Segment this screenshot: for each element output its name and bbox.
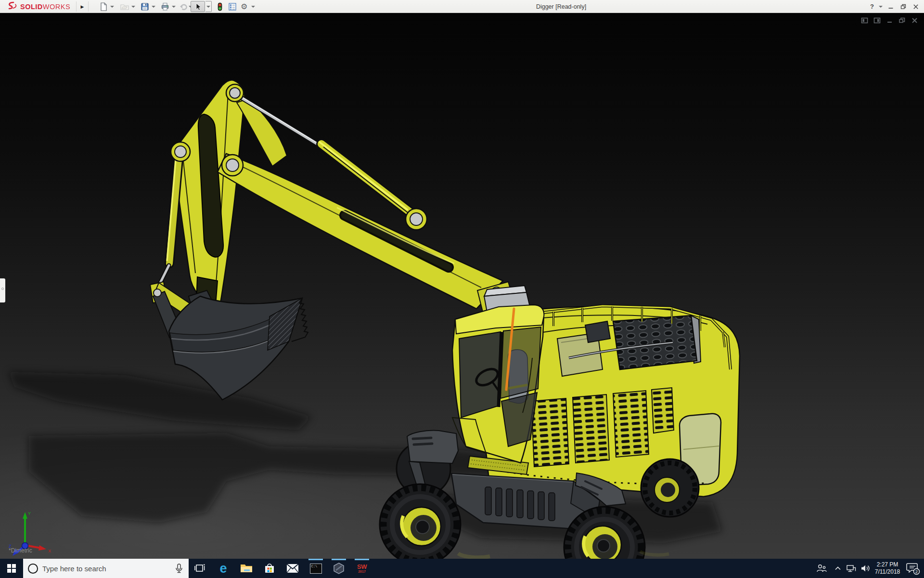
running-indicator-cmd [308, 559, 323, 560]
file-explorer-icon [240, 563, 253, 574]
stoplight-icon [216, 2, 224, 11]
bucket[interactable] [169, 290, 308, 400]
open-folder-icon [120, 2, 129, 11]
tray-clock[interactable]: 2:27 PM 7/11/2018 [872, 559, 903, 578]
radiator-grid [613, 315, 701, 369]
chevron-up-icon [834, 565, 842, 572]
command-prompt-icon: C:\ [310, 564, 322, 574]
save-caret[interactable] [152, 6, 155, 8]
select-tool-button[interactable] [191, 1, 205, 12]
document-window-controls [861, 17, 918, 24]
print-button[interactable] [161, 0, 169, 13]
file-properties-button[interactable] [228, 0, 237, 13]
taskbar-search[interactable] [23, 559, 189, 578]
featuremanager-tab-icon [1, 288, 4, 290]
speaker-icon [860, 564, 871, 573]
action-center-icon: 2 [906, 562, 920, 575]
edge-icon: e [219, 562, 227, 575]
solidworks-2017-icon: SW 2017 [357, 564, 367, 573]
file-properties-icon [228, 2, 237, 11]
hexagon-app-icon [333, 562, 345, 575]
featuremanager-tab[interactable] [0, 278, 5, 302]
volume-button[interactable] [859, 559, 873, 578]
wheel-front-left [380, 484, 461, 559]
people-button[interactable] [813, 559, 830, 578]
store-button[interactable] [258, 559, 281, 578]
action-center-button[interactable]: 2 [904, 559, 922, 578]
task-view-button[interactable] [189, 559, 212, 578]
divider [88, 1, 89, 12]
options-button[interactable]: ⚙ [241, 0, 247, 13]
start-button[interactable] [0, 559, 23, 578]
undo-icon [179, 2, 188, 11]
fender-left [407, 431, 458, 463]
people-icon [816, 563, 827, 574]
edge-button[interactable]: e [212, 559, 235, 578]
select-cursor-icon [193, 2, 202, 11]
open-button[interactable] [120, 0, 129, 13]
mail-icon [286, 564, 299, 573]
triad-y-label: Y [28, 511, 31, 516]
pane-right-button[interactable] [873, 17, 881, 24]
windows-logo-icon [7, 564, 16, 573]
cab[interactable] [452, 286, 544, 463]
save-icon [141, 2, 149, 11]
tray-overflow-button[interactable] [832, 559, 844, 578]
mail-button[interactable] [281, 559, 304, 578]
close-icon [913, 4, 919, 10]
brand-wordmark: SOLIDWORKS [20, 3, 70, 11]
file-explorer-button[interactable] [235, 559, 258, 578]
titlebar: SOLIDWORKS ▶ [0, 0, 924, 13]
view-orientation-label: *Dimetric [9, 547, 32, 554]
rebuild-stoplight-button[interactable] [216, 0, 224, 13]
help-caret[interactable] [879, 6, 883, 8]
running-indicator-edrawings [332, 559, 346, 560]
options-caret[interactable] [251, 6, 255, 8]
undo-button[interactable] [179, 0, 188, 13]
triad-x-label: X [48, 549, 51, 553]
close-button[interactable] [913, 0, 919, 13]
new-document-button[interactable] [99, 0, 108, 13]
restore-button[interactable] [900, 0, 906, 13]
brand-bold: SOLID [20, 3, 43, 11]
solidworks-taskbar-button[interactable]: SW 2017 [350, 559, 373, 578]
save-button[interactable] [141, 0, 149, 13]
windows-taskbar: e [0, 559, 924, 578]
tray-date: 7/11/2018 [875, 568, 900, 576]
menu-expand-button[interactable]: ▶ [78, 0, 86, 13]
divider [76, 1, 77, 12]
doc-minimize-button[interactable] [886, 17, 893, 24]
open-caret[interactable] [131, 6, 135, 8]
doc-restore-button[interactable] [898, 17, 906, 24]
microphone-icon[interactable] [174, 563, 184, 574]
doc-close-button[interactable] [911, 17, 918, 24]
tray-time: 2:27 PM [877, 561, 898, 568]
edrawings-button[interactable] [327, 559, 350, 578]
solidworks-logo: SOLIDWORKS [6, 0, 70, 13]
minimize-button[interactable] [888, 0, 894, 13]
running-indicator-solidworks [355, 559, 369, 560]
print-caret[interactable] [172, 6, 176, 8]
network-icon [846, 564, 857, 573]
notification-badge: 2 [915, 569, 918, 574]
command-prompt-button[interactable]: C:\ [304, 559, 327, 578]
pane-left-button[interactable] [861, 17, 868, 24]
solidworks-window: SOLIDWORKS ▶ [0, 0, 924, 578]
graphics-viewport[interactable]: Y X Z *Dimetric [0, 13, 924, 559]
network-button[interactable] [844, 559, 859, 578]
excavator-model[interactable] [0, 13, 924, 559]
wheel-far-right [641, 459, 699, 517]
store-icon [264, 563, 275, 574]
minimize-icon [888, 4, 894, 10]
task-view-icon [194, 563, 206, 574]
new-document-icon [99, 2, 108, 11]
restore-icon [900, 4, 906, 10]
new-document-caret[interactable] [110, 6, 114, 8]
window-title: Digger [Read-only] [536, 0, 586, 13]
search-input[interactable] [42, 565, 170, 573]
cortana-icon [28, 564, 38, 574]
help-button[interactable]: ? [870, 0, 874, 13]
select-tool-caret[interactable] [205, 1, 212, 12]
ds-logo-icon [6, 1, 18, 13]
brand-light: WORKS [43, 3, 70, 11]
